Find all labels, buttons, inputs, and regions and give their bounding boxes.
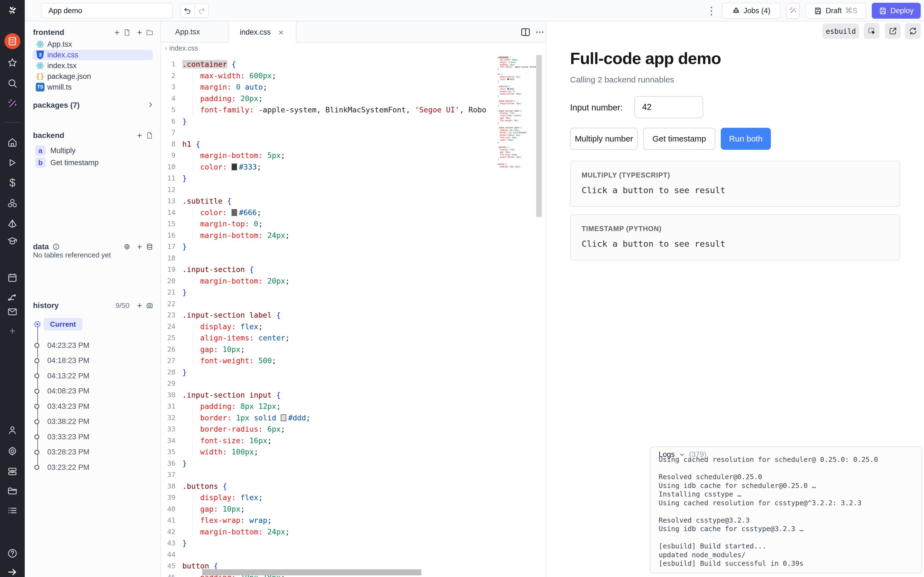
- result-card-value: Click a button to see result: [582, 185, 888, 195]
- user-icon[interactable]: [6, 424, 18, 436]
- star-icon[interactable]: [6, 56, 18, 69]
- line-content: [183, 469, 498, 480]
- tab-app-tsx[interactable]: App.tsx: [161, 21, 228, 43]
- line-number: 28: [161, 366, 183, 378]
- minimap-line: margin-bottom: 24px;: [498, 93, 536, 95]
- more-options-icon[interactable]: [535, 26, 545, 38]
- code-line: 7: [161, 127, 498, 139]
- close-tab-icon[interactable]: ×: [279, 28, 284, 37]
- code-line: 41 flex-wrap: wrap;: [161, 515, 498, 526]
- run-both-button[interactable]: Run both: [721, 128, 771, 150]
- folder-icon[interactable]: [146, 29, 153, 36]
- logs-header[interactable]: Logs (379): [659, 450, 706, 459]
- ai-wand-button[interactable]: [786, 3, 800, 19]
- history-entry[interactable]: 04:13:22 PM: [25, 370, 160, 382]
- vertical-scrollbar[interactable]: [536, 55, 542, 217]
- logs-title: Logs: [659, 450, 675, 459]
- history-entry[interactable]: 04:23:23 PM: [25, 339, 160, 351]
- code-editor[interactable]: › index.css 1.container {2 max-width: 60…: [161, 43, 546, 577]
- schedules-icon[interactable]: [6, 271, 18, 284]
- split-editor-icon[interactable]: [520, 26, 531, 38]
- kebab-menu-icon[interactable]: ⋮: [706, 0, 717, 21]
- logs-panel[interactable]: Logs (379) Using cached resolution for s…: [650, 446, 922, 574]
- plus-icon[interactable]: +: [6, 325, 18, 337]
- minimap-line: h1 {: [498, 73, 536, 76]
- file-icon[interactable]: [146, 132, 153, 139]
- add-file-icon[interactable]: +: [115, 27, 120, 38]
- history-entry[interactable]: 04:18:23 PM: [25, 355, 160, 367]
- undo-button[interactable]: [181, 4, 194, 17]
- run-icon[interactable]: [6, 156, 18, 169]
- breadcrumb[interactable]: › index.css: [161, 43, 546, 54]
- inspect-component-button[interactable]: [864, 23, 879, 39]
- routes-icon[interactable]: [6, 291, 18, 303]
- expand-sidebar-icon[interactable]: [6, 566, 18, 577]
- file-row-package-json[interactable]: {} package.json: [25, 71, 160, 82]
- backend-item-get-timestamp[interactable]: b Get timestamp: [25, 156, 160, 169]
- backend-item-multiply[interactable]: a Multiply: [25, 145, 160, 156]
- code-line: 19.input-section {: [161, 264, 498, 275]
- logs-list-icon[interactable]: [6, 504, 18, 517]
- file-name: index.tsx: [47, 61, 77, 70]
- horizontal-scrollbar[interactable]: [202, 569, 421, 575]
- minimap-line: .input-section {: [498, 100, 536, 103]
- jobs-label: Jobs (4): [744, 6, 771, 15]
- history-entry[interactable]: 03:23:22 PM: [25, 461, 160, 474]
- add-snapshot-icon[interactable]: +: [137, 301, 142, 311]
- line-content: margin-bottom: 20px;: [183, 275, 498, 287]
- line-number: 4: [161, 93, 183, 105]
- file-row-app-tsx[interactable]: App.tsx: [25, 39, 160, 50]
- search-icon[interactable]: [6, 77, 18, 89]
- result-card-timestamp: TIMESTAMP (PYTHON) Click a button to see…: [570, 214, 900, 261]
- line-content: color: #666;: [183, 207, 498, 218]
- number-input[interactable]: [635, 96, 703, 118]
- add-runnable-icon[interactable]: +: [137, 131, 142, 141]
- history-entry[interactable]: 03:33:23 PM: [25, 431, 160, 443]
- history-entry[interactable]: 03:28:23 PM: [25, 446, 160, 458]
- file-icon[interactable]: [123, 29, 131, 36]
- app-name-input[interactable]: [41, 3, 173, 18]
- line-content: }: [183, 458, 498, 469]
- history-entry[interactable]: 04:08:23 PM: [25, 385, 160, 397]
- multiply-number-button[interactable]: Multiply number: [570, 128, 638, 150]
- windmill-logo[interactable]: [6, 5, 18, 16]
- line-number: 24: [161, 321, 183, 332]
- prism-icon[interactable]: [6, 218, 18, 230]
- log-line: [esbuild] Build successful in 0.39s: [659, 559, 916, 568]
- apps-icon[interactable]: [6, 35, 18, 47]
- refresh-button[interactable]: [905, 23, 921, 39]
- magic-wand-icon[interactable]: [6, 98, 18, 110]
- jobs-button[interactable]: Jobs (4): [722, 3, 780, 19]
- home-icon[interactable]: [6, 136, 18, 148]
- help-icon[interactable]: [6, 547, 18, 559]
- variables-icon[interactable]: $: [6, 177, 18, 189]
- file-row-index-tsx[interactable]: index.tsx: [25, 60, 160, 71]
- settings-icon[interactable]: [6, 445, 18, 457]
- draft-button[interactable]: Draft ⌘S: [805, 3, 866, 19]
- history-entry[interactable]: 03:43:23 PM: [25, 400, 160, 413]
- get-timestamp-button[interactable]: Get timestamp: [643, 128, 715, 150]
- redo-button[interactable]: [194, 4, 208, 17]
- file-row-wmill-ts[interactable]: TS wmill.ts: [25, 82, 160, 93]
- open-external-button[interactable]: [885, 23, 901, 39]
- camera-icon[interactable]: [146, 302, 153, 309]
- file-row-index-css[interactable]: 3 index.css: [25, 50, 160, 60]
- code-line: 21}: [161, 287, 498, 298]
- folders-icon[interactable]: [6, 485, 18, 497]
- minimap[interactable]: .container { max-width: 600px; margin: 0…: [498, 56, 536, 210]
- mail-icon[interactable]: [6, 306, 18, 318]
- css-icon: 3: [36, 50, 45, 60]
- code-content[interactable]: 1.container {2 max-width: 600px;3 margin…: [161, 54, 498, 577]
- tab-index-css[interactable]: index.css ×: [228, 21, 296, 43]
- frontend-title: frontend: [33, 28, 65, 37]
- learn-icon[interactable]: [6, 235, 18, 247]
- resources-icon[interactable]: [6, 197, 18, 210]
- history-entry[interactable]: 03:38:22 PM: [25, 416, 160, 428]
- add-folder-icon[interactable]: +: [137, 27, 142, 38]
- log-line: [659, 507, 916, 516]
- workers-icon[interactable]: [6, 466, 18, 477]
- deploy-button[interactable]: Deploy: [872, 3, 921, 19]
- history-node-icon: [34, 434, 39, 439]
- packages-row[interactable]: packages (7): [25, 99, 160, 111]
- current-version-badge[interactable]: Current: [44, 318, 82, 330]
